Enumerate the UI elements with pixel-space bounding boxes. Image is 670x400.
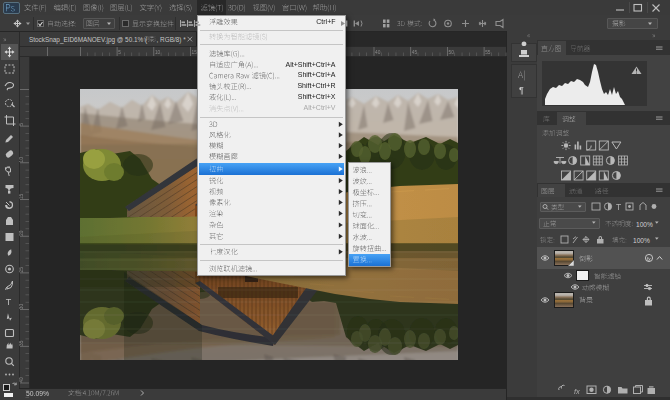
svg-text:20: 20 xyxy=(19,230,24,236)
svg-text:25: 25 xyxy=(19,267,24,273)
svg-text:50: 50 xyxy=(449,50,455,55)
svg-text:10: 10 xyxy=(155,50,161,55)
svg-text:5: 5 xyxy=(118,50,121,55)
svg-text:35: 35 xyxy=(19,340,24,346)
svg-text:40: 40 xyxy=(375,50,381,55)
svg-text:45: 45 xyxy=(412,50,418,55)
svg-text:15: 15 xyxy=(19,193,24,199)
svg-text:40: 40 xyxy=(19,377,24,383)
svg-text:30: 30 xyxy=(19,304,24,310)
svg-text:55: 55 xyxy=(485,50,491,55)
svg-text:5: 5 xyxy=(19,123,24,126)
svg-text:10: 10 xyxy=(19,157,24,163)
